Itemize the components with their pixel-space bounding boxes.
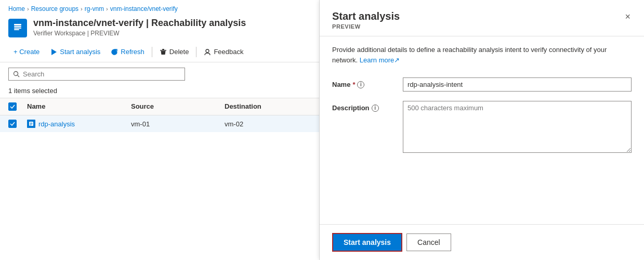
row-checkbox[interactable] [8, 120, 17, 128]
right-panel: Start analysis PREVIEW × Provide additio… [320, 0, 644, 260]
row-checkbox-cell[interactable] [8, 120, 27, 128]
svg-rect-6 [160, 50, 166, 51]
form-row-name: Name * i [332, 77, 632, 92]
form-label-description: Description i [332, 101, 395, 112]
row-name[interactable]: rdp-analysis [27, 120, 131, 128]
breadcrumb-sep2: › [81, 6, 83, 12]
panel-header: Start analysis PREVIEW × [320, 0, 644, 36]
svg-rect-3 [14, 29, 19, 30]
panel-description: Provide additional details to define a r… [332, 45, 632, 65]
svg-rect-13 [30, 125, 32, 125]
page-title: vnm-instance/vnet-verify | Reachability … [33, 18, 246, 29]
col-header-checkbox[interactable] [8, 102, 27, 111]
search-input[interactable] [23, 70, 180, 78]
cancel-button[interactable]: Cancel [406, 233, 451, 251]
panel-title: Start analysis [332, 10, 400, 22]
svg-rect-2 [14, 28, 21, 29]
feedback-button[interactable]: Feedback [199, 45, 248, 59]
breadcrumb-sep3: › [106, 6, 108, 12]
panel-preview-label: PREVIEW [332, 23, 400, 30]
breadcrumb-sep1: › [27, 6, 29, 12]
col-header-source: Source [131, 102, 225, 111]
svg-marker-4 [51, 49, 57, 55]
col-header-name: Name [27, 102, 131, 111]
delete-button[interactable]: Delete [154, 45, 194, 59]
table-row: rdp-analysis vm-01 vm-02 [0, 115, 319, 132]
page-title-area: vnm-instance/vnet-verify | Reachability … [33, 18, 246, 37]
svg-rect-11 [30, 123, 33, 123]
col-header-destination: Destination [225, 102, 311, 111]
row-name-text[interactable]: rdp-analysis [38, 120, 75, 128]
panel-start-analysis-button[interactable]: Start analysis [332, 233, 402, 252]
panel-body: Provide additional details to define a r… [320, 36, 644, 224]
svg-rect-0 [14, 24, 21, 25]
description-info-icon[interactable]: i [372, 105, 379, 112]
start-analysis-label: Start analysis [60, 48, 100, 56]
learn-more-link[interactable]: Learn more↗ [360, 56, 400, 64]
search-input-wrap[interactable] [8, 68, 185, 81]
row-destination: vm-02 [225, 120, 311, 128]
search-icon [13, 71, 20, 77]
toolbar-separator [152, 47, 152, 57]
description-textarea[interactable] [403, 101, 632, 153]
name-input[interactable] [403, 77, 632, 92]
delete-label: Delete [169, 48, 189, 56]
required-star: * [352, 81, 355, 88]
feedback-label: Feedback [214, 48, 243, 56]
refresh-label: Refresh [121, 48, 144, 56]
refresh-button[interactable]: Refresh [106, 45, 150, 59]
breadcrumb-instance[interactable]: vnm-instance/vnet-verify [110, 5, 178, 12]
close-button[interactable]: × [624, 10, 632, 23]
breadcrumb-home[interactable]: Home [8, 5, 25, 12]
name-info-icon[interactable]: i [357, 81, 364, 88]
page-subtitle: Verifier Workspace | PREVIEW [33, 30, 246, 37]
breadcrumb: Home › Resource groups › rg-vnm › vnm-in… [0, 0, 319, 16]
page-icon [8, 19, 27, 37]
breadcrumb-rg-vnm[interactable]: rg-vnm [85, 5, 104, 12]
doc-icon [27, 120, 35, 128]
selected-info: 1 items selected [0, 86, 319, 98]
svg-point-8 [14, 72, 18, 76]
svg-point-7 [206, 49, 209, 53]
toolbar: + Create Start analysis Refresh Delete F… [0, 42, 319, 62]
svg-line-9 [18, 75, 19, 77]
form-row-description: Description i [332, 101, 632, 153]
start-analysis-button[interactable]: Start analysis [45, 45, 106, 59]
search-bar [0, 62, 319, 86]
panel-title-area: Start analysis PREVIEW [332, 10, 400, 30]
form-label-name: Name * i [332, 77, 395, 88]
left-panel: Home › Resource groups › rg-vnm › vnm-in… [0, 0, 320, 260]
svg-rect-12 [30, 124, 33, 124]
create-button[interactable]: + Create [8, 45, 45, 59]
table-header: Name Source Destination [0, 98, 319, 115]
page-header: vnm-instance/vnet-verify | Reachability … [0, 16, 319, 42]
header-checkbox[interactable] [8, 102, 17, 111]
breadcrumb-resource-groups[interactable]: Resource groups [31, 5, 78, 12]
toolbar-separator2 [196, 47, 196, 57]
svg-rect-5 [162, 49, 164, 50]
svg-rect-1 [14, 26, 21, 27]
row-source: vm-01 [131, 120, 225, 128]
panel-footer: Start analysis Cancel [320, 224, 644, 260]
